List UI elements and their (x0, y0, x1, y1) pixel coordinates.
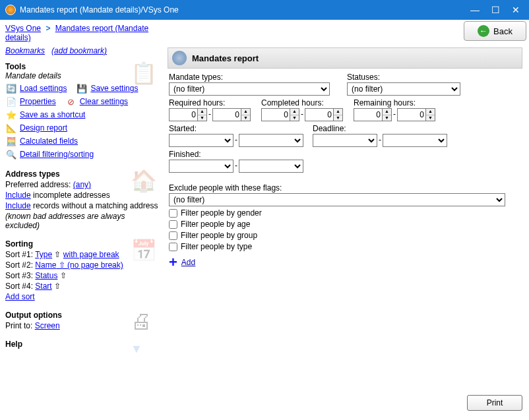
started-to[interactable] (239, 134, 303, 147)
finished-from[interactable] (169, 160, 233, 173)
required-to[interactable] (212, 108, 241, 121)
add-sort-link[interactable]: Add sort (5, 292, 35, 301)
deadline-to[interactable] (383, 134, 447, 147)
include-nomatch-link[interactable]: Include (5, 201, 31, 210)
mandate-types-select[interactable]: (no filter) (169, 82, 330, 96)
address-heading: Address types (5, 169, 160, 179)
window-title: Mandates report (Mandate details)/VSys O… (20, 5, 470, 15)
completed-label: Completed hours: (261, 98, 343, 107)
filter-type-label: Filter people by type (181, 242, 252, 251)
sort2-name[interactable]: Name (35, 260, 56, 270)
save-icon: 💾 (76, 82, 88, 94)
properties-icon: 📄 (5, 96, 17, 107)
tools-heading: Tools (5, 62, 160, 71)
finished-to[interactable] (239, 160, 303, 173)
dash: - (207, 109, 212, 121)
spinner[interactable]: ▲▼ (198, 108, 207, 121)
sorting-heading: Sorting (5, 239, 160, 249)
exclude-label: Exclude people with these flags: (169, 183, 521, 193)
maximize-button[interactable]: ☐ (491, 5, 500, 15)
pref-address-label: Preferred address: (5, 180, 71, 189)
add-bookmark-link[interactable]: (add bookmark) (51, 46, 107, 55)
sort2-break[interactable]: ⇧ (no page break) (56, 260, 123, 270)
filter-age-checkbox[interactable] (169, 220, 177, 229)
remaining-label: Remaining hours: (354, 98, 435, 107)
help-heading: Help (5, 340, 160, 349)
spinner[interactable]: ▲▼ (383, 108, 392, 121)
output-heading: Output options (5, 311, 160, 320)
completed-from[interactable] (261, 108, 290, 121)
addr-note: (known bad addresses are always excluded… (5, 212, 160, 230)
started-from[interactable] (169, 134, 233, 147)
save-settings-link[interactable]: Save settings (90, 84, 138, 93)
bookmarks-link[interactable]: Bookmarks (5, 46, 45, 55)
spinner[interactable]: ▲▼ (334, 108, 343, 121)
design-report-link[interactable]: Design report (20, 123, 67, 133)
completed-to[interactable] (305, 108, 334, 121)
spinner[interactable]: ▲▼ (426, 108, 435, 121)
design-icon: 📐 (5, 122, 17, 134)
statuses-select[interactable]: (no filter) (347, 82, 460, 96)
titlebar: Mandates report (Mandate details)/VSys O… (0, 0, 529, 20)
sidebar: VSys One > Mandates report (Mandate deta… (0, 20, 165, 420)
properties-link[interactable]: Properties (20, 97, 56, 106)
dash: - (299, 109, 305, 121)
breadcrumb-sep: > (46, 24, 50, 33)
printto-label: Print to: (5, 321, 35, 330)
filter-group-checkbox[interactable] (169, 231, 177, 240)
clear-icon: ⊘ (65, 96, 77, 107)
calc-icon: 🧮 (5, 135, 17, 147)
detail-filtering-link[interactable]: Detail filtering/sorting (20, 150, 94, 159)
filter-icon: 🔍 (5, 148, 17, 160)
sort2-label: Sort #2: (5, 260, 35, 270)
plus-icon: + (169, 256, 177, 268)
required-from[interactable] (169, 108, 198, 121)
sort1-label: Sort #1: (5, 250, 35, 259)
spinner[interactable]: ▲▼ (241, 108, 251, 121)
printto-value[interactable]: Screen (35, 321, 60, 330)
sort3-status[interactable]: Status (35, 271, 57, 280)
app-icon (5, 5, 16, 15)
mandates-icon (172, 51, 187, 65)
sort1-dir: ⇧ (52, 250, 63, 259)
clear-settings-link[interactable]: Clear settings (80, 97, 128, 106)
breadcrumb-root[interactable]: VSys One (5, 24, 41, 33)
include-incomplete-text: incomplete addresses (31, 191, 110, 200)
mandate-types-label: Mandate types: (169, 73, 330, 82)
sort4-label: Sort #4: (5, 282, 35, 291)
dash: - (233, 135, 239, 146)
sort3-label: Sort #3: (5, 271, 35, 280)
started-label: Started: (169, 124, 303, 133)
dash: - (377, 135, 383, 146)
sort4-start[interactable]: Start (35, 282, 51, 291)
required-label: Required hours: (169, 98, 251, 107)
calculated-fields-link[interactable]: Calculated fields (20, 136, 78, 146)
deadline-from[interactable] (313, 134, 377, 147)
dash: - (233, 161, 239, 172)
statuses-label: Statuses: (347, 73, 460, 82)
include-incomplete-link[interactable]: Include (5, 191, 31, 200)
remaining-to[interactable] (397, 108, 426, 121)
print-button[interactable]: Print (467, 395, 522, 411)
load-settings-link[interactable]: Load settings (20, 84, 67, 93)
pref-address-value[interactable]: (any) (73, 180, 91, 189)
spinner[interactable]: ▲▼ (290, 108, 299, 121)
sort1-break[interactable]: with page break (63, 250, 119, 259)
filter-gender-checkbox[interactable] (169, 209, 177, 218)
close-button[interactable]: ✕ (512, 5, 520, 15)
main-panel: ← Back Mandates report Mandate types: (n… (165, 20, 529, 420)
filter-type-checkbox[interactable] (169, 243, 177, 251)
add-link[interactable]: Add (181, 258, 195, 267)
deadline-label: Deadline: (313, 124, 447, 133)
save-shortcut-link[interactable]: Save as a shortcut (20, 110, 85, 119)
back-button[interactable]: ← Back (464, 21, 526, 41)
finished-label: Finished: (169, 150, 303, 159)
filter-age-label: Filter people by age (181, 220, 250, 229)
sort1-type[interactable]: Type (35, 250, 52, 259)
minimize-button[interactable]: — (470, 5, 480, 15)
shortcut-icon: ⭐ (5, 109, 17, 121)
load-icon: 🔄 (5, 82, 17, 94)
exclude-flags-select[interactable]: (no filter) (169, 193, 505, 206)
remaining-from[interactable] (354, 108, 383, 121)
dash: - (392, 109, 397, 121)
